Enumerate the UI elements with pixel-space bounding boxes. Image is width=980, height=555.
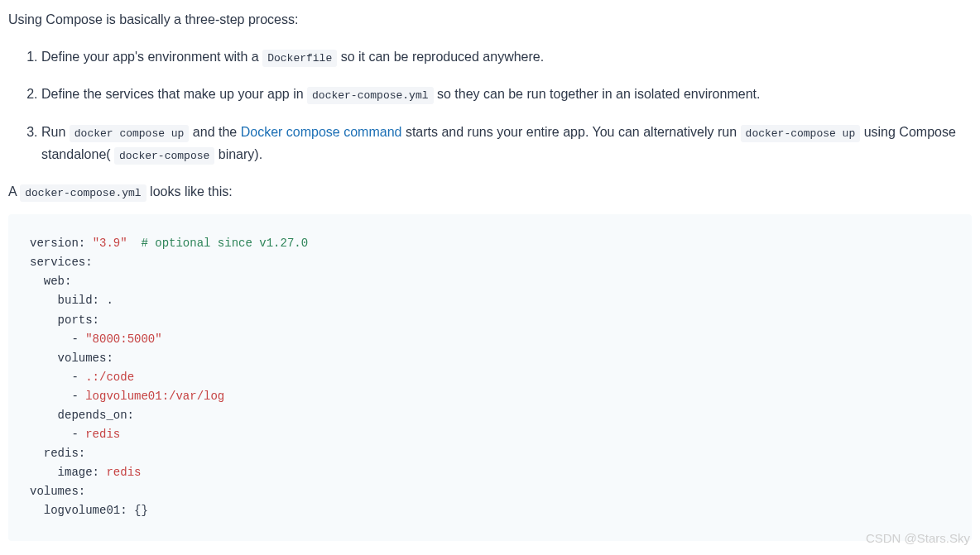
intro-paragraph: Using Compose is basically a three-step … [8, 8, 972, 31]
inline-code: docker-compose.yml [20, 184, 146, 202]
step-item: Run docker compose up and the Docker com… [41, 121, 972, 165]
inline-code: docker-compose [114, 147, 214, 165]
inline-code: Dockerfile [262, 50, 337, 67]
pre-code-sentence: A docker-compose.yml looks like this: [8, 180, 972, 203]
docker-compose-command-link[interactable]: Docker compose command [241, 125, 402, 139]
inline-code: docker-compose.yml [307, 87, 433, 104]
inline-code: docker compose up [70, 125, 190, 142]
watermark: CSDN @Stars.Sky [866, 528, 970, 549]
yaml-code-block: version: "3.9" # optional since v1.27.0 … [8, 214, 972, 540]
steps-list: Define your app's environment with a Doc… [8, 45, 972, 165]
step-item: Define your app's environment with a Doc… [41, 45, 972, 68]
step-item: Define the services that make up your ap… [41, 83, 972, 105]
inline-code: docker-compose up [741, 125, 861, 142]
